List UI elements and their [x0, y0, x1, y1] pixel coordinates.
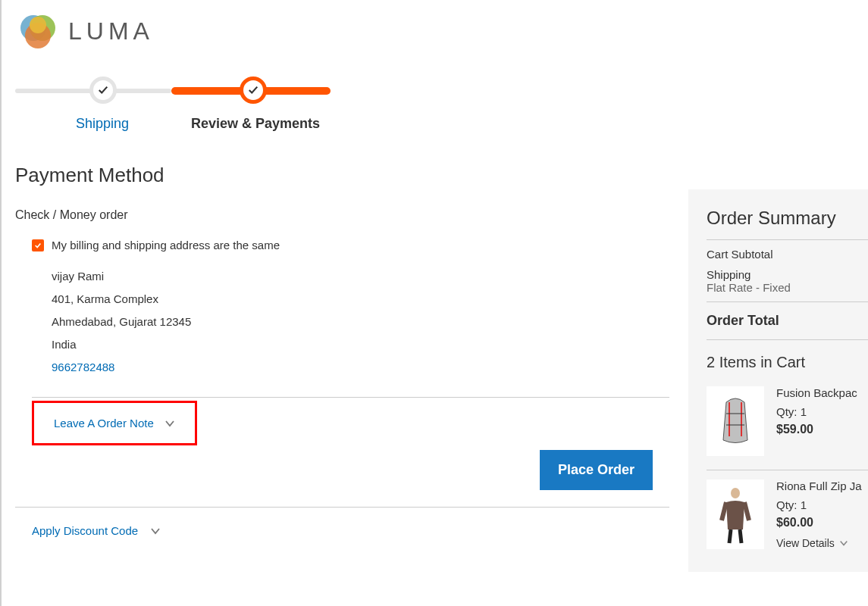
item-name[interactable]: Riona Full Zip Ja — [776, 479, 862, 492]
order-note-toggle[interactable]: Leave A Order Note — [54, 417, 154, 430]
order-total-row: Order Total — [707, 302, 868, 339]
same-address-checkbox[interactable] — [32, 239, 44, 251]
step-shipping-indicator — [89, 77, 117, 104]
item-qty: Qty: 1 — [776, 498, 862, 511]
discount-code-toggle[interactable]: Apply Discount Code — [15, 524, 161, 537]
checkout-progress — [15, 72, 318, 110]
item-name[interactable]: Fusion Backpac — [776, 386, 857, 399]
cart-item: Fusion Backpac Qty: 1 $59.00 — [707, 386, 868, 470]
logo-icon — [18, 11, 58, 51]
svg-point-3 — [30, 17, 46, 33]
address-city: Ahmedabad, Gujarat 12345 — [52, 311, 669, 333]
summary-title: Order Summary — [707, 208, 868, 240]
svg-point-4 — [731, 488, 740, 498]
logo-text: LUMA — [68, 17, 154, 45]
chevron-down-icon — [165, 418, 175, 429]
billing-address: vijay Rami 401, Karma Complex Ahmedabad,… — [52, 265, 669, 379]
step-review-indicator — [240, 77, 267, 104]
same-address-row[interactable]: My billing and shipping address are the … — [32, 239, 669, 251]
step-shipping-label[interactable]: Shipping — [15, 116, 190, 132]
cart-count[interactable]: 2 Items in Cart — [707, 339, 868, 386]
shipping-row: Shipping Flat Rate - Fixed — [707, 268, 868, 302]
place-order-button[interactable]: Place Order — [540, 450, 653, 490]
item-price: $59.00 — [776, 423, 857, 436]
item-thumbnail — [707, 386, 764, 456]
item-price: $60.00 — [776, 516, 862, 529]
subtotal-row: Cart Subtotal — [707, 240, 868, 268]
item-thumbnail — [707, 479, 764, 549]
item-qty: Qty: 1 — [776, 405, 857, 418]
address-phone[interactable]: 9662782488 — [52, 356, 669, 379]
view-details-toggle[interactable]: View Details — [776, 537, 848, 549]
chevron-down-icon — [839, 539, 848, 548]
payment-method-label: Check / Money order — [15, 208, 669, 222]
logo[interactable]: LUMA — [15, 11, 669, 64]
address-country: India — [52, 333, 669, 356]
discount-label: Apply Discount Code — [32, 524, 138, 537]
same-address-label: My billing and shipping address are the … — [52, 239, 280, 251]
cart-item: Riona Full Zip Ja Qty: 1 $60.00 View Det… — [707, 479, 868, 563]
step-review-label: Review & Payments — [191, 116, 320, 132]
order-summary-panel: Order Summary Cart Subtotal Shipping Fla… — [688, 189, 868, 572]
page-title: Payment Method — [15, 164, 669, 187]
chevron-down-icon — [150, 526, 161, 536]
address-street: 401, Karma Complex — [52, 288, 669, 311]
address-name: vijay Rami — [52, 265, 669, 288]
